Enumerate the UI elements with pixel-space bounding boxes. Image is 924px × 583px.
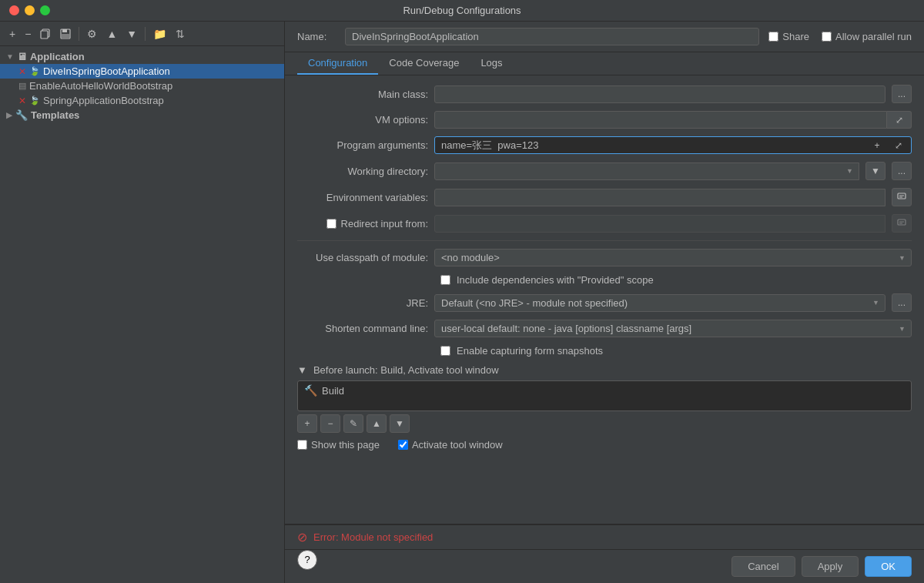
vm-options-input[interactable] — [434, 111, 887, 129]
capture-form-row: Enable capturing form snapshots — [297, 345, 912, 357]
redirect-input[interactable] — [434, 215, 886, 233]
help-button[interactable]: ? — [297, 550, 317, 570]
spring-icon: 🍃 — [29, 66, 40, 76]
env-vars-label: Environment variables: — [297, 192, 428, 203]
classpath-select[interactable]: <no module> — [434, 249, 912, 266]
show-page-label[interactable]: Show this page — [297, 439, 380, 451]
env-vars-edit-button[interactable] — [892, 188, 912, 206]
vm-options-row: VM options: ⤢ — [297, 111, 912, 129]
include-deps-label: Include dependencies with "Provided" sco… — [457, 274, 654, 286]
spring-icon-2: 🍃 — [29, 95, 40, 106]
jre-browse-button[interactable]: ... — [892, 293, 912, 312]
build-label: Build — [322, 385, 344, 397]
templates-icon: 🔧 — [15, 109, 28, 121]
program-args-input[interactable] — [434, 136, 912, 154]
main-class-row: Main class: ... — [297, 85, 912, 103]
templates-label: Templates — [31, 109, 79, 121]
program-args-add-button[interactable]: + — [867, 136, 887, 155]
config-item-dive[interactable]: ✕ 🍃 DiveInSpringBootApplication — [0, 64, 284, 79]
vm-options-expand-button[interactable]: ⤢ — [887, 111, 912, 129]
cancel-button[interactable]: Cancel — [732, 556, 795, 577]
include-deps-row: Include dependencies with "Provided" sco… — [297, 274, 912, 286]
before-launch-down-button[interactable]: ▼ — [390, 414, 410, 433]
redirect-row: Redirect input from: — [297, 214, 912, 233]
tabs-bar: Configuration Code Coverage Logs — [285, 52, 924, 75]
name-label: Name: — [297, 31, 336, 42]
folder-button[interactable]: 📁 — [150, 26, 169, 42]
name-input[interactable] — [345, 28, 759, 45]
jre-select[interactable]: Default (<no JRE> - module not specified… — [434, 294, 886, 312]
title-bar: Run/Debug Configurations — [0, 0, 924, 22]
classpath-label: Use classpath of module: — [297, 252, 428, 263]
jre-wrapper: Default (<no JRE> - module not specified… — [434, 294, 886, 312]
tab-code-coverage[interactable]: Code Coverage — [378, 52, 470, 75]
name-bar: Name: Share Allow parallel run — [285, 22, 924, 52]
show-page-text: Show this page — [311, 439, 380, 451]
program-args-label: Program arguments: — [297, 139, 428, 151]
working-dir-label: Working directory: — [297, 166, 428, 177]
share-checkbox[interactable] — [768, 32, 778, 42]
before-launch-up-button[interactable]: ▲ — [367, 414, 387, 433]
working-dir-dropdown-button[interactable]: ▼ — [865, 162, 886, 180]
ok-button[interactable]: OK — [865, 556, 912, 577]
right-panel: Name: Share Allow parallel run Configura… — [285, 22, 924, 583]
activate-tool-label[interactable]: Activate tool window — [398, 439, 503, 451]
main-class-browse-button[interactable]: ... — [892, 85, 912, 103]
shorten-cmd-select[interactable]: user-local default: none - java [options… — [434, 320, 912, 337]
save-config-button[interactable] — [57, 27, 74, 41]
program-args-wrapper: + ⤢ — [434, 136, 912, 154]
application-group[interactable]: ▼ 🖥 Application — [0, 49, 284, 64]
sort-button[interactable]: ⇅ — [172, 26, 188, 42]
working-dir-input[interactable] — [434, 163, 859, 180]
settings-button[interactable]: ⚙ — [84, 26, 100, 42]
minimize-button[interactable] — [25, 5, 35, 15]
before-launch-section: ▼ Before launch: Build, Activate tool wi… — [297, 364, 912, 433]
main-class-label: Main class: — [297, 89, 428, 100]
allow-parallel-checkbox[interactable] — [822, 32, 832, 42]
section-divider — [297, 240, 912, 241]
activate-tool-text: Activate tool window — [412, 439, 503, 451]
tab-logs[interactable]: Logs — [470, 52, 513, 75]
redirect-browse-button[interactable] — [892, 214, 912, 233]
main-class-input[interactable] — [434, 85, 886, 103]
remove-config-button[interactable]: − — [22, 26, 34, 42]
program-args-expand-button[interactable]: ⤢ — [889, 136, 909, 155]
share-area: Share Allow parallel run — [768, 31, 912, 42]
redirect-checkbox[interactable] — [326, 219, 336, 229]
arrow-up-button[interactable]: ▲ — [103, 26, 120, 42]
env-vars-input[interactable] — [434, 189, 886, 206]
config-item-enable[interactable]: ▤ EnableAutoHelloWorldBootstrap — [0, 79, 284, 93]
working-dir-browse-button[interactable]: ... — [892, 162, 912, 180]
classpath-row: Use classpath of module: <no module> — [297, 249, 912, 266]
before-launch-arrow[interactable]: ▼ — [297, 364, 307, 376]
allow-parallel-checkbox-label[interactable]: Allow parallel run — [822, 31, 912, 42]
bottom-checks: Show this page Activate tool window — [297, 439, 912, 451]
close-button[interactable] — [9, 5, 19, 15]
templates-group[interactable]: ▶ 🔧 Templates — [0, 108, 284, 122]
apply-button[interactable]: Apply — [802, 556, 859, 577]
config-item-dive-label: DiveInSpringBootApplication — [43, 65, 170, 77]
window-title: Run/Debug Configurations — [403, 5, 521, 16]
activate-tool-checkbox[interactable] — [398, 440, 408, 450]
tab-configuration[interactable]: Configuration — [297, 52, 378, 75]
config-item-spring[interactable]: ✕ 🍃 SpringApplicationBootstrap — [0, 93, 284, 108]
capture-form-checkbox[interactable] — [440, 346, 450, 356]
window-controls[interactable] — [9, 5, 50, 15]
before-launch-edit-button[interactable]: ✎ — [343, 414, 363, 433]
add-config-button[interactable]: + — [6, 26, 18, 42]
capture-form-label: Enable capturing form snapshots — [457, 345, 603, 357]
before-launch-add-button[interactable]: + — [297, 414, 317, 433]
copy-config-button[interactable] — [37, 27, 54, 41]
share-checkbox-label[interactable]: Share — [768, 31, 809, 42]
config-item-spring-label: SpringApplicationBootstrap — [43, 95, 164, 106]
before-launch-remove-button[interactable]: − — [320, 414, 340, 433]
show-page-checkbox[interactable] — [297, 440, 307, 450]
jre-row: JRE: Default (<no JRE> - module not spec… — [297, 293, 912, 312]
error-icon: ⊘ — [297, 530, 307, 544]
application-group-label: Application — [30, 51, 85, 62]
arrow-down-button[interactable]: ▼ — [123, 26, 140, 42]
vm-options-label: VM options: — [297, 114, 428, 126]
include-deps-checkbox[interactable] — [440, 275, 450, 285]
maximize-button[interactable] — [40, 5, 50, 15]
build-icon: 🔨 — [304, 384, 317, 397]
